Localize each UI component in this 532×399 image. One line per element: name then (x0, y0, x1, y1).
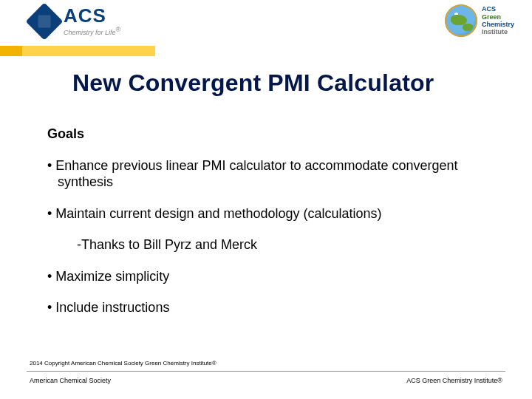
bullet-2: Maintain current design and methodology … (47, 205, 488, 222)
slide: ACS Chemistry for Life® ACS Green Chemis… (0, 0, 532, 399)
slide-title: New Convergent PMI Calculator (72, 69, 502, 97)
bullet-4: Include instructions (47, 299, 488, 316)
header-stripe (0, 46, 532, 56)
gci-logo: ACS Green Chemistry Institute (445, 4, 514, 37)
gci-line4: Institute (482, 28, 514, 35)
gci-line3: Chemistry (482, 21, 514, 28)
footer-divider (27, 371, 505, 372)
acs-logo-label: ACS (64, 6, 120, 25)
globe-icon (445, 4, 477, 37)
goals-heading: Goals (47, 126, 488, 143)
footer-left: American Chemical Society (30, 377, 111, 384)
footer-right: ACS Green Chemistry Institute® (406, 377, 502, 384)
slide-body: Goals Enhance previous linear PMI calcul… (47, 126, 488, 331)
stripe-segment-light (22, 46, 155, 56)
gci-logo-text: ACS Green Chemistry Institute (482, 5, 514, 35)
acs-logo-text: ACS Chemistry for Life® (64, 6, 120, 36)
acs-tagline: Chemistry for Life® (64, 27, 120, 36)
subnote: -Thanks to Bill Pyrz and Merck (77, 236, 488, 253)
copyright-text: 2014 Copyright American Chemical Society… (30, 360, 216, 366)
acs-diamond-icon (26, 2, 64, 40)
stripe-segment-dark (0, 46, 22, 56)
bullet-3: Maximize simplicity (47, 268, 488, 285)
bullet-1: Enhance previous linear PMI calculator t… (47, 157, 488, 191)
gci-line2: Green (482, 13, 514, 21)
gci-line1: ACS (482, 5, 514, 13)
acs-logo: ACS Chemistry for Life® (31, 6, 120, 36)
